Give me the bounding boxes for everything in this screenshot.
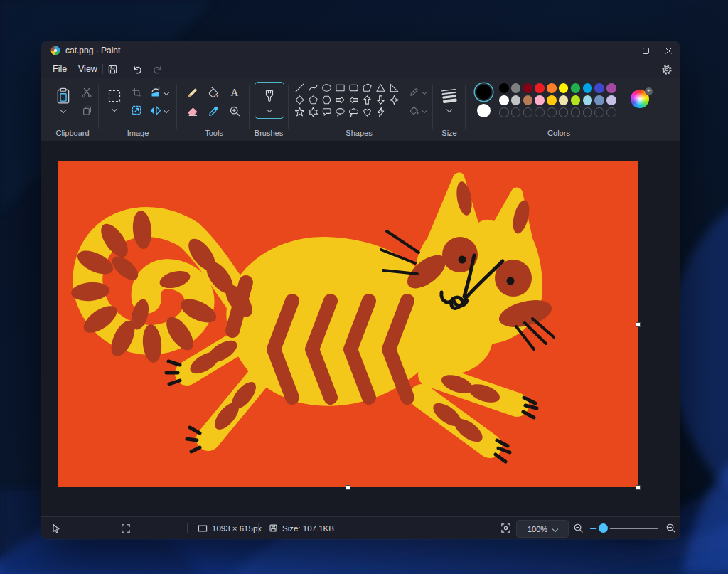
color-picker-tool-button[interactable] (205, 102, 222, 119)
shape-callout-rounded-button[interactable] (320, 106, 333, 118)
palette-swatch-empty[interactable] (535, 107, 545, 117)
menu-view[interactable]: View (71, 62, 105, 76)
shape-diamond-button[interactable] (293, 94, 306, 106)
resize-handle-bottom[interactable] (346, 485, 350, 490)
palette-swatch-empty[interactable] (523, 107, 533, 117)
palette-swatch[interactable] (499, 83, 509, 93)
size-dropdown-chevron-icon[interactable] (446, 106, 452, 112)
shape-callout-cloud-button[interactable] (347, 106, 360, 118)
menubar-separator (102, 64, 103, 74)
flip-dropdown-chevron-icon[interactable] (162, 106, 171, 115)
menu-file[interactable]: File (46, 62, 74, 76)
shape-oval-button[interactable] (320, 82, 333, 94)
shape-outline-dropdown[interactable] (407, 85, 428, 99)
palette-swatch[interactable] (523, 83, 533, 93)
fill-tool-button[interactable] (205, 84, 222, 101)
palette-swatch[interactable] (523, 95, 533, 105)
shape-line-button[interactable] (293, 82, 306, 94)
palette-swatch[interactable] (583, 95, 593, 105)
palette-swatch[interactable] (499, 95, 509, 105)
palette-swatch[interactable] (606, 83, 616, 93)
palette-swatch-empty[interactable] (583, 107, 593, 117)
select-button[interactable] (104, 83, 125, 116)
cut-button[interactable] (78, 85, 95, 100)
zoom-slider-thumb[interactable] (599, 523, 608, 533)
fit-to-screen-button[interactable] (500, 517, 511, 539)
select-dropdown-chevron-icon[interactable] (112, 105, 117, 111)
palette-swatch[interactable] (583, 83, 593, 93)
shape-arrow-up-button[interactable] (360, 94, 374, 106)
shape-lightning-button[interactable] (374, 106, 387, 118)
shape-hexagon-button[interactable] (320, 94, 333, 106)
shape-curve-button[interactable] (306, 82, 320, 94)
save-button[interactable] (104, 63, 121, 76)
resize-handle-corner[interactable] (636, 485, 641, 490)
palette-swatch[interactable] (571, 83, 581, 93)
close-button[interactable] (657, 41, 680, 60)
shape-callout-oval-button[interactable] (333, 106, 347, 118)
shape-arrow-down-button[interactable] (374, 94, 387, 106)
shape-triangle-button[interactable] (374, 82, 387, 94)
ribbon-separator (249, 85, 250, 129)
rotate-button[interactable] (146, 85, 164, 100)
palette-swatch-empty[interactable] (606, 107, 616, 117)
size-button[interactable] (437, 83, 462, 116)
palette-swatch[interactable] (547, 95, 557, 105)
palette-swatch[interactable] (511, 95, 521, 105)
brushes-button[interactable] (255, 82, 284, 119)
text-tool-button[interactable]: A (226, 84, 243, 101)
shape-right-triangle-button[interactable] (387, 82, 401, 94)
flip-button[interactable] (146, 102, 164, 118)
paste-dropdown-chevron-icon[interactable] (60, 107, 66, 112)
resize-button[interactable] (128, 102, 145, 118)
maximize-button[interactable] (634, 41, 657, 60)
palette-swatch[interactable] (559, 95, 569, 105)
canvas[interactable] (58, 161, 638, 487)
shape-star-four-button[interactable] (387, 94, 401, 106)
palette-swatch-empty[interactable] (559, 107, 569, 117)
brushes-dropdown-chevron-icon[interactable] (267, 107, 272, 112)
shape-star-five-button[interactable] (293, 106, 306, 118)
palette-swatch[interactable] (559, 83, 569, 93)
undo-button[interactable] (128, 63, 145, 76)
eraser-tool-button[interactable] (183, 102, 200, 119)
shape-arrow-right-button[interactable] (333, 94, 347, 106)
color2-swatch[interactable] (477, 104, 491, 117)
crop-button[interactable] (128, 85, 145, 100)
palette-swatch[interactable] (547, 83, 557, 93)
palette-swatch-empty[interactable] (571, 107, 581, 117)
pencil-tool-button[interactable] (183, 84, 200, 101)
minimize-button[interactable] (609, 41, 631, 60)
palette-swatch[interactable] (594, 95, 604, 105)
shape-rectangle-button[interactable] (333, 82, 347, 94)
zoom-in-button[interactable] (665, 517, 676, 539)
palette-swatch-empty[interactable] (547, 107, 557, 117)
palette-swatch[interactable] (535, 95, 545, 105)
palette-swatch[interactable] (571, 95, 581, 105)
shape-polygon-button[interactable] (360, 82, 374, 94)
copy-button[interactable] (78, 102, 95, 118)
shape-pentagon-button[interactable] (306, 94, 320, 106)
ribbon-separator (432, 85, 433, 129)
color1-swatch[interactable] (476, 85, 491, 100)
palette-swatch-empty[interactable] (594, 107, 604, 117)
shape-rounded-rectangle-button[interactable] (347, 82, 360, 94)
zoom-level-dropdown[interactable]: 100% (516, 520, 569, 538)
palette-swatch[interactable] (511, 83, 521, 93)
redo-button[interactable] (149, 63, 166, 76)
shape-heart-button[interactable] (360, 106, 374, 118)
palette-swatch[interactable] (606, 95, 616, 105)
palette-swatch-empty[interactable] (499, 107, 509, 117)
shape-fill-dropdown[interactable] (407, 103, 428, 117)
palette-swatch[interactable] (594, 83, 604, 93)
resize-handle-right[interactable] (636, 322, 641, 327)
palette-swatch-empty[interactable] (511, 107, 521, 117)
settings-gear-icon[interactable] (658, 63, 675, 76)
zoom-out-button[interactable] (573, 517, 584, 539)
shape-arrow-left-button[interactable] (347, 94, 360, 106)
rotate-dropdown-chevron-icon[interactable] (162, 88, 171, 97)
magnifier-tool-button[interactable] (226, 102, 243, 119)
paste-button[interactable] (51, 83, 75, 116)
palette-swatch[interactable] (535, 83, 545, 93)
shape-star-six-button[interactable] (306, 106, 320, 118)
